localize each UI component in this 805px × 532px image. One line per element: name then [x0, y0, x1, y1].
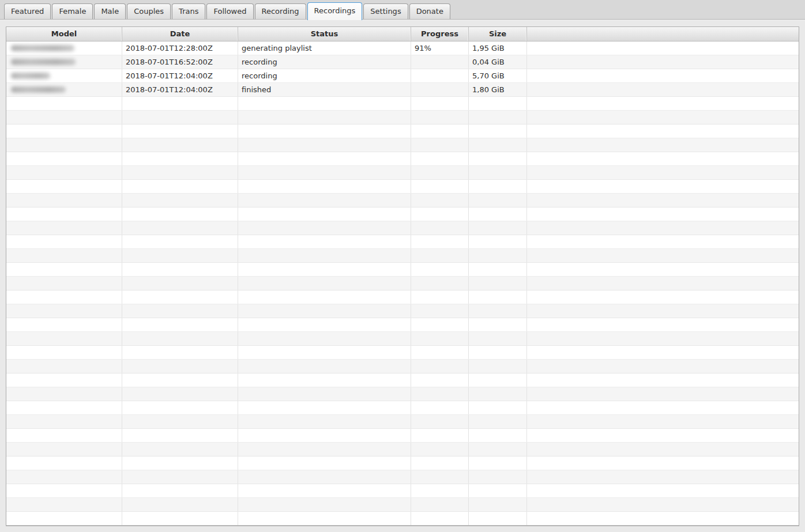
empty-row	[6, 277, 799, 290]
tab-featured[interactable]: Featured	[4, 3, 51, 19]
empty-cell	[122, 207, 238, 221]
empty-cell	[527, 470, 799, 484]
empty-cell	[238, 235, 411, 248]
column-header-size[interactable]: Size	[469, 27, 527, 41]
empty-cell	[411, 346, 469, 359]
empty-cell	[238, 360, 411, 373]
empty-cell	[238, 290, 411, 304]
empty-cell	[411, 304, 469, 318]
empty-cell	[6, 401, 122, 414]
empty-cell	[411, 277, 469, 290]
tab-couples[interactable]: Couples	[127, 3, 171, 19]
column-header-filler[interactable]	[527, 27, 799, 41]
tab-recordings[interactable]: Recordings	[307, 2, 363, 20]
empty-cell	[6, 207, 122, 221]
recording-row[interactable]: 2018-07-01T16:52:00Zrecording0,04 GiB	[6, 55, 799, 69]
empty-row	[6, 124, 799, 138]
empty-cell	[469, 249, 527, 262]
empty-cell	[469, 318, 527, 331]
redacted-model-name	[11, 45, 74, 51]
empty-cell	[122, 470, 238, 484]
empty-cell	[238, 470, 411, 484]
empty-cell	[122, 221, 238, 235]
empty-row	[6, 138, 799, 152]
tab-recording[interactable]: Recording	[255, 3, 306, 19]
empty-row	[6, 429, 799, 443]
tab-followed[interactable]: Followed	[206, 3, 253, 19]
empty-cell	[122, 443, 238, 456]
empty-row	[6, 194, 799, 207]
empty-cell	[469, 512, 527, 525]
column-header-progress[interactable]: Progress	[411, 27, 469, 41]
empty-cell	[6, 97, 122, 110]
tab-bar: FeaturedFemaleMaleCouplesTransFollowedRe…	[0, 0, 805, 20]
empty-row	[6, 387, 799, 401]
empty-cell	[469, 166, 527, 179]
empty-cell	[238, 111, 411, 124]
empty-cell	[122, 360, 238, 373]
empty-cell	[122, 373, 238, 387]
empty-cell	[238, 152, 411, 165]
empty-cell	[411, 235, 469, 248]
empty-cell	[122, 194, 238, 207]
empty-cell	[527, 97, 799, 110]
empty-cell	[238, 498, 411, 511]
column-header-model[interactable]: Model	[6, 27, 122, 41]
empty-cell	[6, 415, 122, 428]
tab-settings[interactable]: Settings	[363, 3, 408, 19]
empty-cell	[527, 318, 799, 331]
empty-cell	[122, 332, 238, 345]
model-cell	[6, 83, 122, 96]
empty-cell	[527, 429, 799, 442]
empty-cell	[411, 124, 469, 138]
column-header-status[interactable]: Status	[238, 27, 411, 41]
empty-cell	[469, 401, 527, 414]
filler-cell	[527, 83, 799, 96]
recording-row[interactable]: 2018-07-01T12:28:00Zgenerating playlist9…	[6, 41, 799, 55]
empty-cell	[411, 360, 469, 373]
date-cell: 2018-07-01T16:52:00Z	[122, 55, 238, 69]
empty-cell	[527, 166, 799, 179]
redacted-model-name	[11, 73, 50, 79]
empty-cell	[122, 277, 238, 290]
empty-cell	[6, 194, 122, 207]
empty-cell	[6, 304, 122, 318]
empty-cell	[6, 332, 122, 345]
empty-cell	[411, 456, 469, 470]
empty-cell	[122, 346, 238, 359]
column-header-date[interactable]: Date	[122, 27, 238, 41]
empty-cell	[469, 387, 527, 401]
tab-trans[interactable]: Trans	[172, 3, 205, 19]
recording-row[interactable]: 2018-07-01T12:04:00Zfinished1,80 GiB	[6, 83, 799, 97]
tab-donate[interactable]: Donate	[409, 3, 450, 19]
empty-cell	[469, 290, 527, 304]
empty-row	[6, 166, 799, 180]
empty-row	[6, 332, 799, 346]
empty-cell	[527, 304, 799, 318]
tab-male[interactable]: Male	[94, 3, 126, 19]
recordings-table: ModelDateStatusProgressSize 2018-07-01T1…	[6, 27, 799, 526]
status-cell: recording	[238, 55, 411, 69]
empty-row	[6, 401, 799, 415]
recording-row[interactable]: 2018-07-01T12:04:00Zrecording5,70 GiB	[6, 69, 799, 83]
empty-row	[6, 290, 799, 304]
empty-cell	[6, 221, 122, 235]
empty-cell	[238, 304, 411, 318]
empty-cell	[6, 429, 122, 442]
empty-cell	[238, 456, 411, 470]
empty-cell	[469, 332, 527, 345]
empty-cell	[6, 498, 122, 511]
empty-cell	[411, 249, 469, 262]
empty-cell	[6, 166, 122, 179]
tab-female[interactable]: Female	[52, 3, 93, 19]
empty-cell	[527, 263, 799, 276]
empty-cell	[122, 111, 238, 124]
empty-cell	[469, 373, 527, 387]
empty-row	[6, 221, 799, 235]
empty-cell	[6, 387, 122, 401]
empty-cell	[527, 346, 799, 359]
empty-cell	[122, 249, 238, 262]
empty-cell	[527, 221, 799, 235]
empty-cell	[122, 498, 238, 511]
empty-cell	[238, 194, 411, 207]
